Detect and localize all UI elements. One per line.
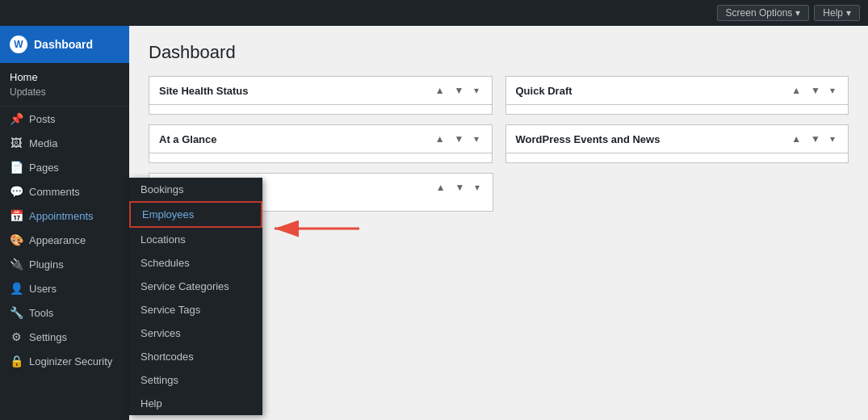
activity-widget-controls: ▲ ▼ ▾ [433, 180, 483, 195]
site-health-collapse-up-button[interactable]: ▲ [432, 83, 448, 98]
appearance-icon: 🎨 [10, 233, 23, 246]
comments-icon: 💬 [10, 185, 23, 198]
media-icon: 🖼 [10, 136, 23, 149]
screen-options-button[interactable]: Screen Options ▾ [717, 5, 810, 21]
submenu-item-sub-settings[interactable]: Settings [129, 368, 262, 392]
sidebar-item-tools-label: Tools [29, 307, 53, 319]
submenu-item-schedules[interactable]: Schedules [129, 251, 262, 275]
wp-events-widget-header: WordPress Events and News ▲ ▼ ▾ [506, 125, 849, 153]
sidebar-item-media[interactable]: 🖼 Media [0, 131, 129, 155]
activity-toggle-button[interactable]: ▾ [472, 180, 483, 195]
sidebar-item-appointments-label: Appointments [29, 210, 94, 222]
sidebar-item-loginizer-label: Loginizer Security [29, 355, 112, 368]
appointments-icon: 📅 [10, 209, 23, 222]
at-a-glance-widget: At a Glance ▲ ▼ ▾ [149, 124, 493, 163]
at-a-glance-collapse-down-button[interactable]: ▼ [451, 132, 468, 146]
help-label: Help [823, 7, 843, 19]
help-button[interactable]: Help ▾ [814, 5, 860, 21]
site-health-widget-controls: ▲ ▼ ▾ [432, 83, 482, 98]
sidebar-item-pages[interactable]: 📄 Pages [0, 155, 129, 179]
activity-collapse-up-button[interactable]: ▲ [433, 180, 449, 195]
pages-icon: 📄 [10, 161, 23, 174]
posts-icon: 📌 [10, 112, 23, 125]
wp-events-widget-controls: ▲ ▼ ▾ [788, 132, 838, 146]
at-a-glance-widget-header: At a Glance ▲ ▼ ▾ [149, 125, 492, 153]
wp-events-widget: WordPress Events and News ▲ ▼ ▾ [505, 124, 849, 163]
users-icon: 👤 [10, 282, 23, 295]
sidebar-item-pages-label: Pages [29, 162, 59, 174]
empty-space [506, 173, 849, 212]
screen-options-label: Screen Options [726, 7, 793, 19]
sidebar-updates-label[interactable]: Updates [0, 85, 129, 101]
quick-draft-collapse-down-button[interactable]: ▼ [807, 83, 824, 98]
sidebar-item-posts-label: Posts [29, 113, 56, 125]
quick-draft-widget-controls: ▲ ▼ ▾ [788, 83, 838, 98]
site-health-toggle-button[interactable]: ▾ [471, 83, 482, 98]
sidebar: W Dashboard Home Updates 📌 Posts 🖼 Media… [0, 26, 129, 420]
at-a-glance-widget-controls: ▲ ▼ ▾ [432, 132, 482, 146]
wp-events-collapse-down-button[interactable]: ▼ [807, 132, 824, 146]
sidebar-item-appearance[interactable]: 🎨 Appearance [0, 228, 129, 252]
sidebar-item-users-label: Users [29, 283, 57, 295]
sidebar-logo-label: Dashboard [34, 38, 93, 51]
wp-events-collapse-up-button[interactable]: ▲ [788, 132, 804, 146]
appointments-submenu: Bookings Employees Locations Schedules S… [129, 178, 262, 415]
chevron-down-icon: ▾ [846, 7, 851, 19]
sidebar-item-settings-label: Settings [29, 331, 67, 343]
sidebar-item-users[interactable]: 👤 Users [0, 276, 129, 300]
sidebar-item-plugins-label: Plugins [29, 258, 64, 271]
top-bar: Screen Options ▾ Help ▾ [0, 0, 868, 26]
submenu-item-shortcodes[interactable]: Shortcodes [129, 345, 262, 368]
sidebar-nav: 📌 Posts 🖼 Media 📄 Pages 💬 Comments 📅 App… [0, 107, 129, 373]
sidebar-logo[interactable]: W Dashboard [0, 26, 129, 63]
plugins-icon: 🔌 [10, 258, 23, 271]
quick-draft-collapse-up-button[interactable]: ▲ [788, 83, 804, 98]
sidebar-home-label[interactable]: Home [0, 68, 129, 85]
sidebar-item-loginizer[interactable]: 🔒 Loginizer Security [0, 349, 129, 373]
tools-icon: 🔧 [10, 306, 23, 319]
at-a-glance-toggle-button[interactable]: ▾ [471, 132, 482, 146]
submenu-item-sub-help[interactable]: Help [129, 392, 262, 415]
page-title: Dashboard [149, 42, 849, 63]
wp-events-widget-title: WordPress Events and News [516, 133, 660, 145]
submenu-item-service-tags[interactable]: Service Tags [129, 298, 262, 321]
sidebar-home-section: Home Updates [0, 63, 129, 107]
quick-draft-widget-title: Quick Draft [516, 85, 572, 97]
site-health-widget-header: Site Health Status ▲ ▼ ▾ [149, 77, 492, 105]
sidebar-item-settings[interactable]: ⚙ Settings [0, 325, 129, 349]
sidebar-item-appearance-label: Appearance [29, 234, 86, 246]
site-health-widget-title: Site Health Status [159, 85, 249, 97]
sidebar-item-posts[interactable]: 📌 Posts [0, 107, 129, 131]
submenu-item-service-categories[interactable]: Service Categories [129, 275, 262, 298]
quick-draft-toggle-button[interactable]: ▾ [827, 83, 838, 98]
wp-logo-icon: W [10, 36, 27, 53]
sidebar-item-appointments[interactable]: 📅 Appointments [0, 204, 129, 228]
activity-collapse-down-button[interactable]: ▼ [452, 180, 468, 195]
sidebar-item-plugins[interactable]: 🔌 Plugins [0, 252, 129, 276]
quick-draft-widget: Quick Draft ▲ ▼ ▾ [505, 76, 849, 115]
wp-events-toggle-button[interactable]: ▾ [827, 132, 838, 146]
at-a-glance-collapse-up-button[interactable]: ▲ [432, 132, 448, 146]
site-health-collapse-down-button[interactable]: ▼ [451, 83, 468, 98]
submenu-item-employees[interactable]: Employees [129, 201, 262, 228]
sidebar-item-comments-label: Comments [29, 186, 80, 198]
site-health-widget: Site Health Status ▲ ▼ ▾ [149, 76, 493, 115]
sidebar-item-media-label: Media [29, 137, 57, 149]
quick-draft-widget-header: Quick Draft ▲ ▼ ▾ [506, 77, 849, 105]
main-layout: W Dashboard Home Updates 📌 Posts 🖼 Media… [0, 26, 868, 420]
sidebar-item-comments[interactable]: 💬 Comments [0, 179, 129, 204]
submenu-item-services[interactable]: Services [129, 321, 262, 345]
widget-row-1: Site Health Status ▲ ▼ ▾ Quick Draft ▲ ▼… [149, 76, 849, 115]
loginizer-icon: 🔒 [10, 355, 23, 368]
widget-row-2: At a Glance ▲ ▼ ▾ WordPress Events and N… [149, 124, 849, 163]
chevron-down-icon: ▾ [795, 7, 800, 19]
settings-icon: ⚙ [10, 330, 23, 343]
submenu-item-locations[interactable]: Locations [129, 228, 262, 251]
at-a-glance-widget-title: At a Glance [159, 133, 217, 145]
submenu-item-bookings[interactable]: Bookings [129, 178, 262, 201]
sidebar-item-tools[interactable]: 🔧 Tools [0, 300, 129, 325]
